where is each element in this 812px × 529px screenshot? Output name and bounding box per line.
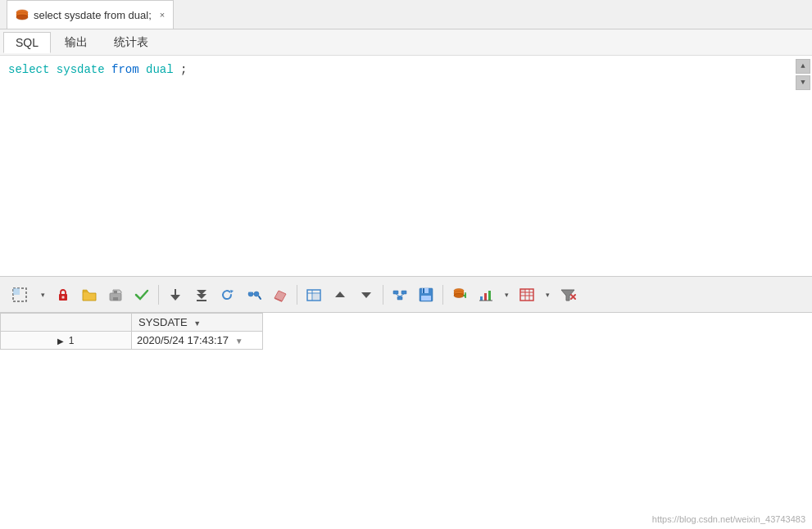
title-bar: select sysdate from dual; × — [0, 0, 812, 29]
down-small-btn[interactable] — [354, 283, 379, 307]
down-btn[interactable] — [163, 283, 188, 307]
tab-output[interactable]: 输出 — [52, 31, 100, 53]
svg-rect-48 — [488, 291, 491, 301]
save-btn[interactable] — [414, 283, 438, 307]
table-btn[interactable] — [515, 283, 539, 307]
table-dropdown-btn[interactable]: ▾ — [541, 283, 554, 307]
lock-btn[interactable] — [51, 283, 75, 307]
svg-rect-46 — [480, 296, 483, 301]
sep1 — [158, 285, 159, 305]
sql-semi: ; — [180, 63, 187, 76]
tab-stats[interactable]: 统计表 — [102, 31, 161, 53]
svg-point-4 — [16, 15, 28, 20]
svg-line-20 — [259, 296, 261, 299]
svg-marker-28 — [335, 292, 345, 297]
watermark: https://blog.csdn.net/weixin_43743483 — [652, 514, 805, 524]
svg-rect-32 — [397, 296, 402, 300]
select-dropdown-btn[interactable]: ▾ — [36, 283, 49, 307]
db-import-btn[interactable] — [447, 283, 472, 307]
col-sysdate-header[interactable]: SYSDATE ▼ — [132, 314, 263, 332]
find-btn[interactable] — [242, 283, 266, 307]
svg-line-33 — [396, 294, 400, 296]
down-all-btn[interactable] — [189, 283, 214, 307]
cell-sysdate-value: 2020/5/24 17:43:17 — [137, 334, 229, 346]
svg-rect-55 — [520, 289, 525, 292]
clear-btn[interactable] — [268, 283, 293, 307]
sep2 — [297, 285, 297, 305]
kw-dual: dual — [146, 63, 174, 76]
grid-connect-btn[interactable] — [388, 283, 412, 307]
kw-sysdate: sysdate — [57, 63, 105, 76]
svg-rect-8 — [62, 296, 65, 298]
svg-rect-38 — [421, 296, 431, 301]
filter-btn[interactable] — [556, 283, 580, 307]
sep3 — [383, 285, 383, 305]
refresh-btn[interactable] — [215, 283, 240, 307]
table-row: ▶ 1 2020/5/24 17:43:17 ▼ — [1, 332, 263, 350]
cell-sysdate[interactable]: 2020/5/24 17:43:17 ▼ — [132, 332, 263, 350]
svg-marker-12 — [170, 295, 180, 301]
kw-select: select — [8, 63, 49, 76]
svg-point-43 — [454, 293, 464, 297]
side-buttons: ▲ ▼ — [794, 56, 812, 93]
chart-dropdown-btn[interactable]: ▾ — [500, 283, 513, 307]
svg-marker-16 — [230, 290, 234, 293]
svg-rect-27 — [313, 294, 320, 300]
svg-rect-10 — [114, 291, 117, 293]
row-num-header — [1, 314, 132, 332]
row-arrow-icon: ▶ — [57, 337, 64, 346]
results-table: SYSDATE ▼ ▶ 1 2020/5/24 17:43:17 ▼ — [0, 313, 263, 350]
db-icon — [16, 8, 29, 21]
svg-rect-30 — [393, 291, 398, 294]
tab-sql[interactable]: SQL — [3, 32, 51, 53]
sql-editor[interactable]: select sysdate from dual ; ▲ ▼ — [0, 56, 812, 277]
svg-point-18 — [254, 292, 259, 296]
tab-title: select sysdate from dual; — [34, 9, 152, 21]
open-btn[interactable] — [77, 283, 102, 307]
cell-dropdown-icon[interactable]: ▼ — [235, 337, 243, 346]
edit-grid-btn[interactable] — [302, 283, 326, 307]
svg-rect-21 — [249, 291, 252, 292]
toolbar: ▾ — [0, 277, 812, 313]
svg-rect-6 — [13, 288, 20, 295]
sql-line: select sysdate from dual ; — [8, 61, 804, 79]
results-area: SYSDATE ▼ ▶ 1 2020/5/24 17:43:17 ▼ — [0, 313, 812, 529]
row-arrow-cell: ▶ 1 — [1, 332, 132, 350]
svg-rect-47 — [484, 293, 487, 301]
scroll-up-btn[interactable]: ▲ — [796, 59, 810, 74]
svg-line-34 — [400, 294, 404, 296]
chart-btn[interactable] — [474, 283, 498, 307]
svg-marker-29 — [361, 292, 371, 298]
sub-tabs-bar: SQL 输出 统计表 — [0, 29, 812, 56]
svg-marker-14 — [197, 294, 206, 299]
sep4 — [442, 285, 443, 305]
scroll-down-btn[interactable]: ▼ — [796, 75, 810, 90]
svg-marker-22 — [274, 291, 286, 301]
sql-tab[interactable]: select sysdate from dual; × — [7, 0, 174, 29]
col-sort-icon[interactable]: ▼ — [193, 319, 201, 328]
check-btn[interactable] — [129, 283, 154, 307]
save-db-btn[interactable] — [103, 283, 128, 307]
tab-close-button[interactable]: × — [160, 10, 165, 20]
kw-from: from — [111, 63, 139, 76]
up-btn[interactable] — [328, 283, 352, 307]
row-num: 1 — [69, 335, 75, 346]
select-tool-btn[interactable] — [5, 283, 34, 307]
svg-rect-31 — [401, 291, 406, 294]
svg-rect-37 — [423, 288, 424, 293]
